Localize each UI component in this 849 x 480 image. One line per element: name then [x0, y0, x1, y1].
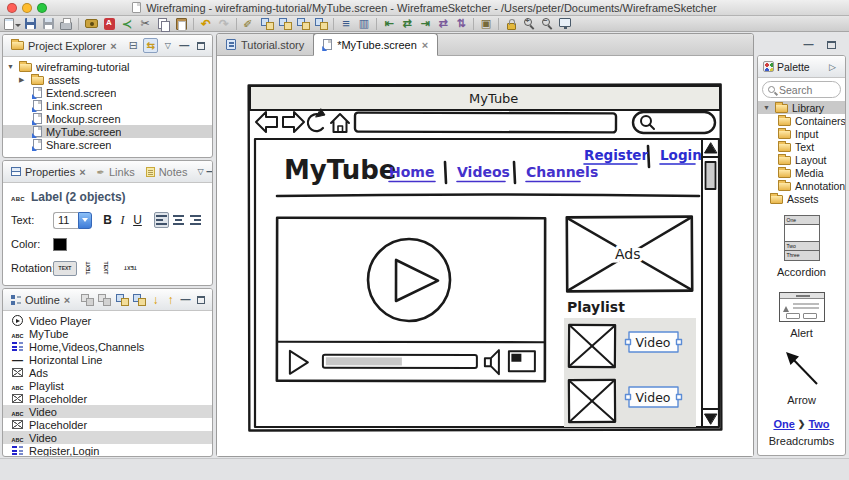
palette-component-accordion[interactable]: One Two Three Accordion: [758, 215, 845, 278]
maximize-panel-icon[interactable]: [197, 296, 205, 304]
rotate-180-button[interactable]: TEXT: [118, 261, 142, 276]
redo-icon[interactable]: [215, 16, 233, 31]
save-icon[interactable]: [21, 16, 39, 31]
outline-item-horizontal-line[interactable]: Horizontal Line: [3, 353, 212, 366]
palette-tree-library[interactable]: ▼ Library: [758, 101, 845, 114]
palette-tree-layout[interactable]: Layout: [758, 153, 845, 166]
close-icon[interactable]: ×: [422, 39, 428, 51]
ungroup-icon[interactable]: [276, 16, 294, 31]
columns-icon[interactable]: [355, 16, 373, 31]
align-right-button[interactable]: [188, 212, 203, 228]
paste-icon[interactable]: [172, 16, 190, 31]
align-center-icon[interactable]: [398, 16, 416, 31]
expand-selection-icon[interactable]: [80, 292, 94, 307]
outline-item-placeholder-2[interactable]: Placeholder: [3, 418, 212, 431]
move-up-icon[interactable]: [165, 292, 177, 307]
collapse-selection-icon[interactable]: [98, 292, 112, 307]
send-backward-icon[interactable]: [312, 16, 330, 31]
minimize-editor-icon[interactable]: [801, 37, 816, 52]
wireframe-nav-home[interactable]: Home: [389, 164, 434, 180]
align-center-button[interactable]: [171, 212, 186, 228]
minimize-panel-icon[interactable]: [207, 164, 213, 179]
screenshot-camera-icon[interactable]: [82, 16, 100, 31]
minimize-panel-icon[interactable]: [179, 292, 191, 307]
pin-palette-icon[interactable]: ▷: [825, 59, 840, 74]
outline-item-placeholder-1[interactable]: Placeholder: [3, 392, 212, 405]
zoom-window-button[interactable]: [37, 3, 47, 13]
palette-search[interactable]: [762, 81, 841, 98]
tab-links[interactable]: Links: [93, 164, 139, 180]
edit-wand-icon[interactable]: [240, 16, 258, 31]
tab-outline[interactable]: Outline ×: [7, 292, 74, 308]
outline-item-video-1[interactable]: Video: [3, 405, 212, 418]
tree-item-project[interactable]: ▼ wireframing-tutorial: [3, 60, 212, 73]
align-right-icon[interactable]: [416, 16, 434, 31]
tab-project-explorer[interactable]: Project Explorer ×: [7, 38, 121, 54]
wireframe-register-link[interactable]: Register: [584, 147, 648, 163]
design-canvas[interactable]: MyTube MyTube Home Videos Channels Regis…: [217, 56, 753, 456]
align-left-button[interactable]: [154, 212, 169, 228]
distribute-vertical-icon[interactable]: [452, 16, 470, 31]
palette-tree-text[interactable]: Text: [758, 140, 845, 153]
share-icon[interactable]: [118, 16, 136, 31]
outline-item-nav-links[interactable]: Home,Videos,Channels: [3, 340, 212, 353]
outline-item-ads[interactable]: Ads: [3, 366, 212, 379]
wireframe-playlist-thumb-1[interactable]: [569, 325, 615, 367]
wireframe-video-label-2[interactable]: Video: [635, 390, 670, 405]
bold-button[interactable]: B: [100, 212, 115, 228]
wireframe-nav-videos[interactable]: Videos: [457, 164, 510, 180]
outline-item-video-2[interactable]: Video: [3, 431, 212, 444]
save-all-icon[interactable]: [39, 16, 57, 31]
new-file-icon[interactable]: [3, 16, 21, 31]
tree-item-assets[interactable]: ▶ assets: [3, 73, 212, 86]
palette-component-arrow[interactable]: Arrow: [758, 347, 845, 406]
maximize-editor-icon[interactable]: [827, 41, 836, 49]
bring-forward-icon[interactable]: [294, 16, 312, 31]
tree-item-share-screen[interactable]: Share.screen: [3, 138, 212, 151]
outline-item-register-login[interactable]: Register,Login: [3, 444, 212, 457]
tab-mytube-screen[interactable]: *MyTube.screen ×: [313, 33, 438, 56]
wireframe-horizontal-line[interactable]: [277, 195, 699, 197]
match-size-icon[interactable]: [477, 16, 495, 31]
group-items-icon[interactable]: [115, 292, 129, 307]
close-icon[interactable]: ×: [79, 166, 85, 178]
wireframe-playlist-title[interactable]: Playlist: [567, 299, 625, 315]
presentation-icon[interactable]: [556, 16, 574, 31]
palette-tree-assets[interactable]: Assets: [758, 192, 845, 205]
rotate-0-button[interactable]: TEXT: [53, 261, 77, 276]
minimize-panel-icon[interactable]: [178, 38, 191, 53]
export-pdf-icon[interactable]: [100, 16, 118, 31]
maximize-panel-icon[interactable]: [197, 42, 205, 50]
collapse-all-icon[interactable]: [127, 38, 140, 53]
outline-item-playlist[interactable]: Playlist: [3, 379, 212, 392]
color-swatch[interactable]: [53, 238, 67, 251]
rotate-270-button[interactable]: TEXT: [82, 259, 95, 277]
wireframe-ads-label[interactable]: Ads: [615, 246, 641, 262]
view-menu-icon[interactable]: [161, 38, 174, 53]
font-size-dropdown-icon[interactable]: [78, 212, 92, 229]
font-size-value[interactable]: 11: [53, 212, 78, 229]
ungroup-items-icon[interactable]: [132, 292, 146, 307]
wireframe-login-link[interactable]: Login: [660, 147, 702, 163]
tab-properties[interactable]: Properties ×: [7, 164, 90, 180]
close-icon[interactable]: ×: [64, 294, 70, 306]
align-left-icon[interactable]: [380, 16, 398, 31]
tree-item-mytube-screen[interactable]: MyTube.screen: [3, 125, 212, 138]
palette-tree-media[interactable]: Media: [758, 166, 845, 179]
chevron-down-icon[interactable]: ▼: [7, 63, 15, 70]
tree-item-link-screen[interactable]: Link.screen: [3, 99, 212, 112]
close-icon[interactable]: ×: [110, 40, 116, 52]
palette-tree-annotations[interactable]: Annotations: [758, 179, 845, 192]
view-menu-icon[interactable]: [197, 164, 203, 179]
distribute-horizontal-icon[interactable]: [434, 16, 452, 31]
palette-component-breadcrumbs[interactable]: One ❯ Two Breadcrumbs: [758, 418, 845, 447]
tab-notes[interactable]: Notes: [142, 164, 192, 180]
cut-icon[interactable]: [136, 16, 154, 31]
outline-item-mytube[interactable]: MyTube: [3, 327, 212, 340]
wireframe-sketch[interactable]: MyTube MyTube Home Videos Channels Regis…: [247, 83, 725, 434]
palette-component-alert[interactable]: Alert: [758, 292, 845, 339]
tab-tutorial-story[interactable]: Tutorial.story: [217, 34, 314, 55]
wireframe-logo[interactable]: MyTube: [284, 155, 396, 185]
tree-item-mockup-screen[interactable]: Mockup.screen: [3, 112, 212, 125]
copy-icon[interactable]: [154, 16, 172, 31]
